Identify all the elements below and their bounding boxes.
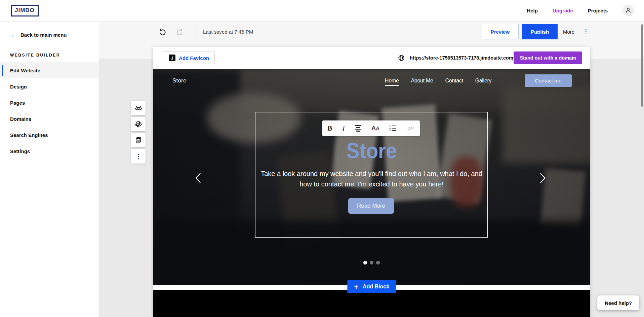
font-icon: A <box>371 125 376 132</box>
add-block-label: Add Block <box>363 284 389 290</box>
align-center-icon <box>355 125 361 132</box>
redo-button[interactable] <box>175 28 184 36</box>
site-nav: Store Home About Me Contact Gallery Cont… <box>153 69 590 93</box>
carousel-dot-1[interactable] <box>363 261 367 265</box>
hide-block-button[interactable] <box>131 101 146 115</box>
redo-icon <box>175 28 184 36</box>
link-icon <box>407 124 415 132</box>
block-style-button[interactable] <box>131 117 146 131</box>
block-more-button[interactable]: ⋮ <box>131 149 146 164</box>
sidebar-item-settings[interactable]: Settings <box>0 143 99 159</box>
style-swatches-icon <box>134 120 143 129</box>
toolbar-divider <box>196 26 196 38</box>
bullet-list-icon <box>390 126 396 131</box>
jimdo-logo[interactable]: JIMDO <box>11 5 39 16</box>
more-label[interactable]: More <box>563 29 574 35</box>
eye-icon <box>134 104 143 112</box>
undo-button[interactable] <box>158 28 167 36</box>
projects-link[interactable]: Projects <box>588 8 608 13</box>
duplicate-block-button[interactable] <box>131 133 146 147</box>
person-icon <box>625 7 632 14</box>
sidebar-item-edit-website[interactable]: Edit Website <box>0 62 99 78</box>
back-label: Back to main menu <box>21 32 67 38</box>
hero-text[interactable]: Take a look around my website and you'll… <box>261 169 483 189</box>
domain-upsell-button[interactable]: Stand out with a domain <box>514 51 582 64</box>
about-me-section: About Me <box>153 290 590 317</box>
add-favicon-button[interactable]: J Add Favicon <box>163 51 215 64</box>
publish-button[interactable]: Publish <box>522 24 558 39</box>
app-header: JIMDO Help Upgrade Projects <box>0 0 644 21</box>
hero-title[interactable]: Store <box>170 138 573 163</box>
help-link[interactable]: Help <box>527 8 538 13</box>
carousel-dot-2[interactable] <box>370 261 373 265</box>
carousel-dot-3[interactable] <box>376 261 380 265</box>
sidebar-item-pages[interactable]: Pages <box>0 95 99 111</box>
italic-button[interactable]: I <box>343 124 345 133</box>
font-style-button[interactable]: AA <box>371 125 379 132</box>
sidebar-item-domains[interactable]: Domains <box>0 111 99 127</box>
editor-main: Last saved at 7:46 PM Preview Publish Mo… <box>99 22 644 317</box>
about-me-title: About Me <box>166 314 577 317</box>
favicon-placeholder-icon: J <box>169 55 175 61</box>
link-button[interactable] <box>407 124 415 132</box>
chevron-left-icon <box>193 172 203 184</box>
carousel-next-button[interactable] <box>537 171 550 185</box>
read-more-button[interactable]: Read More <box>348 198 394 214</box>
globe-icon <box>398 54 405 62</box>
list-button[interactable] <box>390 126 396 131</box>
plus-icon: + <box>354 283 359 291</box>
align-button[interactable] <box>355 125 361 132</box>
add-block-button[interactable]: + Add Block <box>347 280 396 293</box>
site-nav-contact[interactable]: Contact <box>445 78 463 86</box>
site-nav-gallery[interactable]: Gallery <box>475 78 492 86</box>
vertical-dots-icon: ⋮ <box>135 153 142 160</box>
site-url[interactable]: https://store-1759513573-7178.jimdosite.… <box>410 55 513 61</box>
block-tools: ⋮ <box>131 101 146 164</box>
site-brand[interactable]: Store <box>172 77 187 84</box>
sidebar-item-search-engines[interactable]: Search Engines <box>0 127 99 143</box>
more-menu-dots-icon[interactable]: ⋮ <box>583 28 589 35</box>
hero-block: Store Home About Me Contact Gallery Cont… <box>153 69 590 285</box>
sidebar-section-title: WEBSITE BUILDER <box>0 38 99 62</box>
site-nav-about-me[interactable]: About Me <box>411 78 433 86</box>
last-saved-status: Last saved at 7:46 PM <box>203 29 253 35</box>
copy-icon <box>134 136 143 144</box>
site-nav-home[interactable]: Home <box>385 78 399 86</box>
undo-icon <box>158 28 167 36</box>
account-avatar[interactable] <box>622 5 634 16</box>
need-help-button[interactable]: Need help? <box>597 295 639 310</box>
carousel-dots <box>153 261 590 265</box>
back-to-main-menu[interactable]: ← Back to main menu <box>0 22 99 38</box>
text-format-toolbar: B I AA <box>322 120 420 136</box>
chevron-right-icon <box>537 172 548 184</box>
contact-me-button[interactable]: Contact me <box>525 74 572 87</box>
site-preview-frame: J Add Favicon https://store-1759513573-7… <box>153 47 590 317</box>
site-meta-bar: J Add Favicon https://store-1759513573-7… <box>153 47 590 69</box>
sidebar: ← Back to main menu WEBSITE BUILDER Edit… <box>0 22 99 317</box>
sidebar-item-design[interactable]: Design <box>0 78 99 95</box>
add-favicon-label: Add Favicon <box>179 55 209 61</box>
upgrade-link[interactable]: Upgrade <box>553 8 573 13</box>
carousel-prev-button[interactable] <box>193 171 205 185</box>
preview-button[interactable]: Preview <box>482 24 519 39</box>
page-scrollbar-thumb[interactable] <box>641 24 643 107</box>
back-arrow-icon: ← <box>10 32 16 38</box>
bold-button[interactable]: B <box>327 124 332 133</box>
